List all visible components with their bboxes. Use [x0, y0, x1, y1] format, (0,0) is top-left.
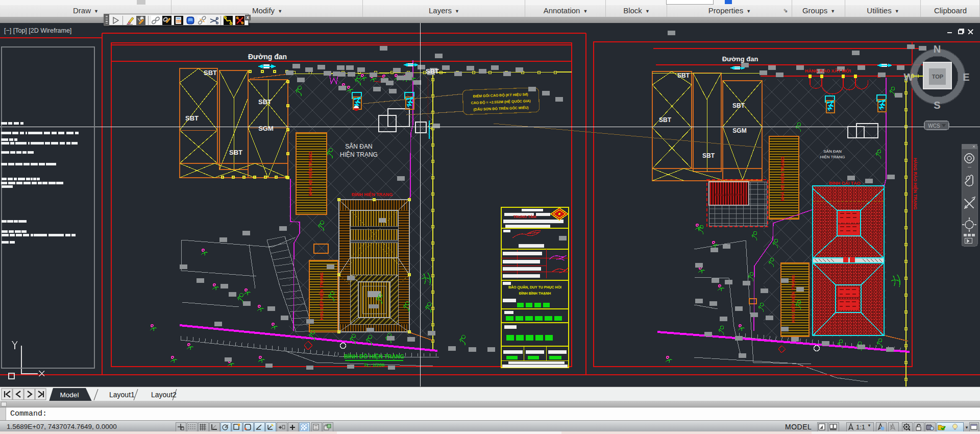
svg-text:SBT: SBT	[426, 67, 439, 75]
svg-text:WCS: WCS	[928, 123, 940, 129]
svg-text:NHÀ XE HIỆN TRẠNG: NHÀ XE HIỆN TRẠNG	[779, 156, 785, 201]
svg-text:Model: Model	[60, 391, 79, 399]
svg-text:SÂN ĐAN: SÂN ĐAN	[823, 149, 842, 154]
svg-text:SBT: SBT	[185, 114, 199, 122]
svg-text:SGM: SGM	[258, 125, 274, 132]
svg-text:HÀNG RÀO XÂY MỚI: HÀNG RÀO XÂY MỚI	[805, 68, 851, 74]
svg-text:NHÀ LÀM MỚI: NHÀ LÀM MỚI	[715, 192, 743, 197]
svg-text:ĐÌNH CẢI TẠO: ĐÌNH CẢI TẠO	[829, 180, 861, 186]
svg-text:SBT: SBT	[677, 72, 690, 79]
svg-text:SÂN ĐAN: SÂN ĐAN	[345, 142, 372, 150]
svg-text:SBT: SBT	[732, 102, 745, 109]
svg-text:SBT: SBT	[702, 152, 715, 159]
svg-text:TRUNG TÂM: TRUNG TÂM	[513, 214, 536, 219]
svg-text:TOP: TOP	[932, 74, 943, 80]
svg-text:SGM: SGM	[732, 127, 746, 134]
svg-text:HÀNG RÀO HIỆN TRẠNG: HÀNG RÀO HIỆN TRẠNG	[913, 158, 918, 210]
svg-text:Layout2: Layout2	[151, 391, 177, 399]
svg-text:[−] [Top] [2D Wireframe]: [−] [Top] [2D Wireframe]	[4, 27, 71, 34]
svg-text:HIỆN TRẠNG: HIỆN TRẠNG	[820, 155, 845, 159]
svg-text:SBT: SBT	[258, 98, 272, 106]
svg-text:SBT: SBT	[229, 149, 242, 156]
svg-text:KHU BẾP HIỆN TRẠNG: KHU BẾP HIỆN TRẠNG	[318, 272, 324, 320]
svg-text:Layout1: Layout1	[109, 391, 135, 399]
svg-text:ĐÌNH BÌNH THẠNH: ĐÌNH BÌNH THẠNH	[519, 291, 551, 295]
svg-text:S: S	[934, 100, 940, 111]
svg-text:NHÀ XE HIỆN TRẠNG: NHÀ XE HIỆN TRẠNG	[307, 151, 313, 196]
svg-text:SBT: SBT	[659, 116, 672, 124]
svg-text:SBT: SBT	[204, 69, 217, 77]
svg-text:Đường đan: Đường đan	[248, 53, 287, 61]
svg-text:KHU BẾP HIỆN TRẠNG: KHU BẾP HIỆN TRẠNG	[790, 275, 796, 323]
svg-text:N: N	[934, 43, 941, 55]
svg-text:TL: 1/200: TL: 1/200	[363, 362, 384, 368]
svg-text:ĐÌNH HIỆN TRẠNG: ĐÌNH HIỆN TRẠNG	[352, 191, 393, 197]
svg-text:HIỆN TRẠNG: HIỆN TRẠNG	[340, 151, 378, 158]
svg-text:BẢO QUẢN, DUY TU PHỤC HỒI: BẢO QUẢN, DUY TU PHỤC HỒI	[508, 284, 561, 290]
svg-text:BÌNH ĐỒ HIỆN TRẠNG: BÌNH ĐỒ HIỆN TRẠNG	[344, 353, 404, 360]
svg-text:Đường đan: Đường đan	[722, 55, 758, 63]
svg-text:E: E	[963, 71, 969, 83]
